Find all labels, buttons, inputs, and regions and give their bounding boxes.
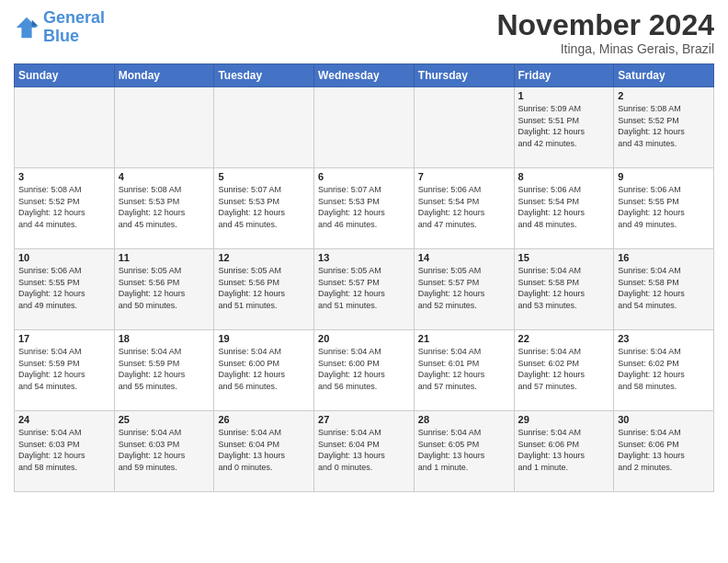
week-row-3: 17Sunrise: 5:04 AM Sunset: 5:59 PM Dayli… xyxy=(15,330,714,411)
day-cell: 16Sunrise: 5:04 AM Sunset: 5:58 PM Dayli… xyxy=(614,249,714,330)
day-number: 11 xyxy=(119,252,210,263)
day-number: 25 xyxy=(119,414,210,425)
day-number: 3 xyxy=(18,171,110,182)
day-info: Sunrise: 5:07 AM Sunset: 5:53 PM Dayligh… xyxy=(318,184,410,230)
day-header-sunday: Sunday xyxy=(15,64,115,87)
day-number: 15 xyxy=(518,252,610,263)
logo-general: General xyxy=(43,8,105,27)
day-header-monday: Monday xyxy=(114,64,214,87)
day-cell: 17Sunrise: 5:04 AM Sunset: 5:59 PM Dayli… xyxy=(15,330,115,411)
day-number: 29 xyxy=(518,414,610,425)
day-cell: 9Sunrise: 5:06 AM Sunset: 5:55 PM Daylig… xyxy=(614,168,714,249)
day-number: 7 xyxy=(418,171,510,182)
day-info: Sunrise: 5:04 AM Sunset: 5:58 PM Dayligh… xyxy=(518,265,610,311)
logo-text: General Blue xyxy=(43,9,105,46)
day-number: 30 xyxy=(618,414,710,425)
day-info: Sunrise: 5:06 AM Sunset: 5:55 PM Dayligh… xyxy=(618,184,710,230)
page: General Blue November 2024 Itinga, Minas… xyxy=(0,0,728,506)
logo: General Blue xyxy=(14,9,105,46)
day-cell: 20Sunrise: 5:04 AM Sunset: 6:00 PM Dayli… xyxy=(314,330,415,411)
day-header-thursday: Thursday xyxy=(414,64,514,87)
day-cell: 19Sunrise: 5:04 AM Sunset: 6:00 PM Dayli… xyxy=(214,330,314,411)
day-number: 21 xyxy=(418,333,510,344)
day-cell xyxy=(15,87,115,168)
day-cell: 25Sunrise: 5:04 AM Sunset: 6:03 PM Dayli… xyxy=(114,411,214,492)
day-number: 23 xyxy=(618,333,710,344)
day-info: Sunrise: 5:04 AM Sunset: 6:02 PM Dayligh… xyxy=(518,346,610,392)
day-number: 28 xyxy=(418,414,510,425)
day-cell: 2Sunrise: 5:08 AM Sunset: 5:52 PM Daylig… xyxy=(614,87,714,168)
svg-marker-1 xyxy=(32,19,39,26)
location: Itinga, Minas Gerais, Brazil xyxy=(496,41,714,56)
day-info: Sunrise: 5:06 AM Sunset: 5:54 PM Dayligh… xyxy=(518,184,610,230)
day-cell: 7Sunrise: 5:06 AM Sunset: 5:54 PM Daylig… xyxy=(414,168,514,249)
day-number: 17 xyxy=(18,333,110,344)
logo-blue: Blue xyxy=(43,27,79,45)
day-cell: 18Sunrise: 5:04 AM Sunset: 5:59 PM Dayli… xyxy=(114,330,214,411)
day-cell: 23Sunrise: 5:04 AM Sunset: 6:02 PM Dayli… xyxy=(614,330,714,411)
day-number: 6 xyxy=(318,171,410,182)
day-cell: 5Sunrise: 5:07 AM Sunset: 5:53 PM Daylig… xyxy=(214,168,314,249)
day-number: 22 xyxy=(518,333,610,344)
day-info: Sunrise: 5:08 AM Sunset: 5:52 PM Dayligh… xyxy=(18,184,110,230)
day-cell: 24Sunrise: 5:04 AM Sunset: 6:03 PM Dayli… xyxy=(15,411,115,492)
day-header-saturday: Saturday xyxy=(614,64,714,87)
day-info: Sunrise: 5:04 AM Sunset: 6:02 PM Dayligh… xyxy=(618,346,710,392)
day-cell: 13Sunrise: 5:05 AM Sunset: 5:57 PM Dayli… xyxy=(314,249,415,330)
day-number: 2 xyxy=(618,90,710,101)
day-cell: 29Sunrise: 5:04 AM Sunset: 6:06 PM Dayli… xyxy=(514,411,614,492)
day-number: 10 xyxy=(18,252,110,263)
day-cell: 15Sunrise: 5:04 AM Sunset: 5:58 PM Dayli… xyxy=(514,249,614,330)
day-cell: 3Sunrise: 5:08 AM Sunset: 5:52 PM Daylig… xyxy=(15,168,115,249)
day-cell xyxy=(114,87,214,168)
day-info: Sunrise: 5:04 AM Sunset: 6:04 PM Dayligh… xyxy=(218,427,310,473)
day-cell: 1Sunrise: 5:09 AM Sunset: 5:51 PM Daylig… xyxy=(514,87,614,168)
day-number: 16 xyxy=(618,252,710,263)
day-info: Sunrise: 5:06 AM Sunset: 5:55 PM Dayligh… xyxy=(18,265,110,311)
day-number: 12 xyxy=(218,252,310,263)
header-row: SundayMondayTuesdayWednesdayThursdayFrid… xyxy=(15,64,714,87)
day-number: 14 xyxy=(418,252,510,263)
day-info: Sunrise: 5:05 AM Sunset: 5:56 PM Dayligh… xyxy=(218,265,310,311)
day-cell: 27Sunrise: 5:04 AM Sunset: 6:04 PM Dayli… xyxy=(314,411,415,492)
day-cell xyxy=(214,87,314,168)
day-cell: 6Sunrise: 5:07 AM Sunset: 5:53 PM Daylig… xyxy=(314,168,415,249)
week-row-0: 1Sunrise: 5:09 AM Sunset: 5:51 PM Daylig… xyxy=(15,87,714,168)
day-info: Sunrise: 5:08 AM Sunset: 5:52 PM Dayligh… xyxy=(618,103,710,149)
day-number: 9 xyxy=(618,171,710,182)
week-row-1: 3Sunrise: 5:08 AM Sunset: 5:52 PM Daylig… xyxy=(15,168,714,249)
day-cell: 11Sunrise: 5:05 AM Sunset: 5:56 PM Dayli… xyxy=(114,249,214,330)
day-info: Sunrise: 5:04 AM Sunset: 6:06 PM Dayligh… xyxy=(618,427,710,473)
day-info: Sunrise: 5:04 AM Sunset: 6:04 PM Dayligh… xyxy=(318,427,410,473)
day-cell: 21Sunrise: 5:04 AM Sunset: 6:01 PM Dayli… xyxy=(414,330,514,411)
day-cell: 8Sunrise: 5:06 AM Sunset: 5:54 PM Daylig… xyxy=(514,168,614,249)
calendar-table: SundayMondayTuesdayWednesdayThursdayFrid… xyxy=(14,63,714,492)
day-info: Sunrise: 5:04 AM Sunset: 6:00 PM Dayligh… xyxy=(318,346,410,392)
day-info: Sunrise: 5:04 AM Sunset: 6:03 PM Dayligh… xyxy=(119,427,210,473)
day-header-wednesday: Wednesday xyxy=(314,64,415,87)
week-row-4: 24Sunrise: 5:04 AM Sunset: 6:03 PM Dayli… xyxy=(15,411,714,492)
day-number: 19 xyxy=(218,333,310,344)
day-cell: 14Sunrise: 5:05 AM Sunset: 5:57 PM Dayli… xyxy=(414,249,514,330)
day-number: 1 xyxy=(518,90,610,101)
day-cell: 30Sunrise: 5:04 AM Sunset: 6:06 PM Dayli… xyxy=(614,411,714,492)
day-info: Sunrise: 5:04 AM Sunset: 6:03 PM Dayligh… xyxy=(18,427,110,473)
day-number: 4 xyxy=(119,171,210,182)
day-info: Sunrise: 5:04 AM Sunset: 5:59 PM Dayligh… xyxy=(18,346,110,392)
day-number: 5 xyxy=(218,171,310,182)
day-info: Sunrise: 5:05 AM Sunset: 5:56 PM Dayligh… xyxy=(119,265,210,311)
day-number: 20 xyxy=(318,333,410,344)
day-number: 18 xyxy=(119,333,210,344)
day-number: 27 xyxy=(318,414,410,425)
day-cell: 10Sunrise: 5:06 AM Sunset: 5:55 PM Dayli… xyxy=(15,249,115,330)
day-number: 13 xyxy=(318,252,410,263)
day-info: Sunrise: 5:04 AM Sunset: 5:58 PM Dayligh… xyxy=(618,265,710,311)
day-number: 26 xyxy=(218,414,310,425)
week-row-2: 10Sunrise: 5:06 AM Sunset: 5:55 PM Dayli… xyxy=(15,249,714,330)
day-info: Sunrise: 5:05 AM Sunset: 5:57 PM Dayligh… xyxy=(418,265,510,311)
day-info: Sunrise: 5:06 AM Sunset: 5:54 PM Dayligh… xyxy=(418,184,510,230)
day-header-tuesday: Tuesday xyxy=(214,64,314,87)
day-cell: 28Sunrise: 5:04 AM Sunset: 6:05 PM Dayli… xyxy=(414,411,514,492)
day-cell: 4Sunrise: 5:08 AM Sunset: 5:53 PM Daylig… xyxy=(114,168,214,249)
day-info: Sunrise: 5:04 AM Sunset: 6:00 PM Dayligh… xyxy=(218,346,310,392)
